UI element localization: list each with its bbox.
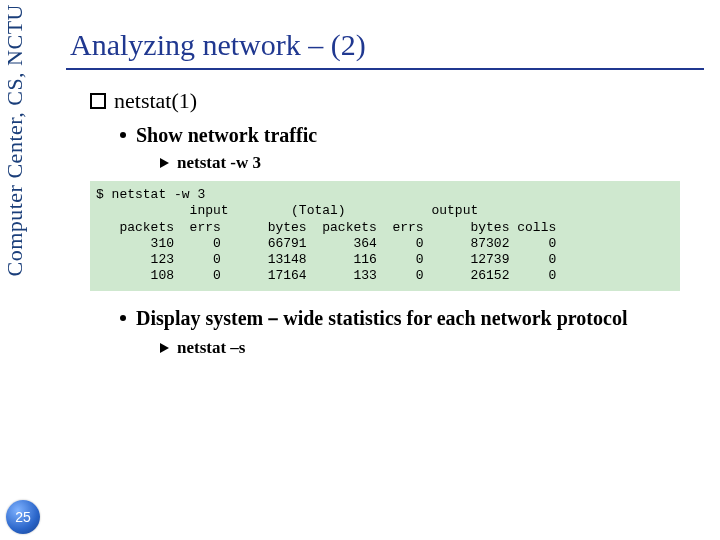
- slide-content: Analyzing network – (2) netstat(1) Show …: [60, 0, 710, 366]
- sidebar-label: Computer Center, CS, NCTU: [2, 4, 28, 277]
- page-number: 25: [15, 509, 31, 525]
- bullet-display-stats-text: Display system－wide statistics for each …: [136, 307, 627, 329]
- bullet-show-traffic-text: Show network traffic: [136, 124, 317, 146]
- sidebar-strip: Computer Center, CS, NCTU: [0, 0, 48, 540]
- bullet-netstat: netstat(1): [90, 88, 710, 114]
- bullet-display-stats: Display system－wide statistics for each …: [120, 305, 710, 332]
- bullet-netstat-s: netstat –s: [160, 338, 710, 358]
- dot-bullet-icon: [120, 132, 126, 138]
- dot-bullet-icon: [120, 315, 126, 321]
- slide-title: Analyzing network – (2): [70, 28, 700, 62]
- bullet-show-traffic: Show network traffic: [120, 124, 710, 147]
- square-bullet-icon: [90, 93, 106, 109]
- bullet-netstat-w3-text: netstat -w 3: [177, 153, 261, 172]
- bullet-netstat-text: netstat(1): [114, 88, 197, 113]
- triangle-bullet-icon: [160, 158, 169, 168]
- terminal-output: $ netstat -w 3 input (Total) output pack…: [90, 181, 680, 291]
- triangle-bullet-icon: [160, 343, 169, 353]
- page-number-badge: 25: [6, 500, 40, 534]
- bullet-netstat-w3: netstat -w 3: [160, 153, 710, 173]
- title-underline: [66, 68, 704, 70]
- bullet-netstat-s-text: netstat –s: [177, 338, 245, 357]
